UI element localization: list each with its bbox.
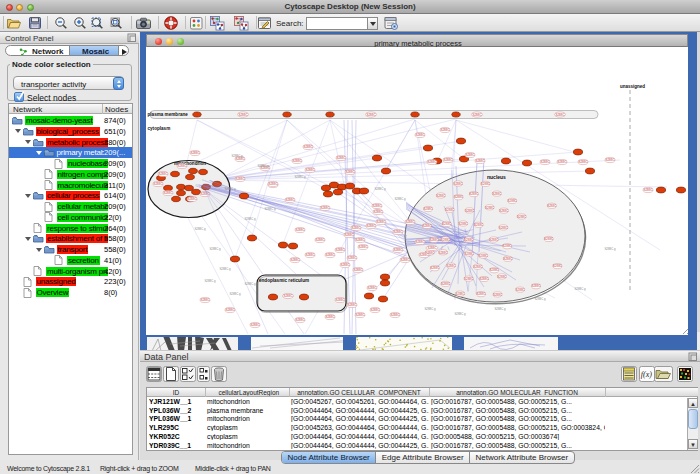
svg-text:S288C: S288C: [290, 258, 300, 262]
svg-text:S288C: S288C: [465, 153, 475, 157]
svg-text:S288C g: S288C g: [374, 187, 386, 191]
svg-text:S288C: S288C: [475, 159, 485, 163]
svg-text:S288C: S288C: [459, 222, 469, 226]
svg-text:S288C: S288C: [497, 275, 507, 279]
svg-text:S288C: S288C: [200, 298, 210, 302]
svg-text:S288C: S288C: [285, 198, 295, 202]
svg-text:S288C: S288C: [453, 182, 463, 186]
svg-text:S288C: S288C: [516, 288, 526, 292]
svg-text:S288C: S288C: [292, 159, 302, 163]
svg-text:S288C g: S288C g: [244, 217, 256, 221]
svg-text:S288C: S288C: [393, 248, 403, 252]
svg-text:S288C: S288C: [473, 265, 483, 269]
svg-text:S288C: S288C: [454, 195, 464, 199]
svg-text:S288C: S288C: [479, 277, 489, 281]
svg-text:S288C: S288C: [429, 238, 439, 242]
svg-text:S288C: S288C: [438, 251, 448, 255]
svg-text:S288C: S288C: [367, 286, 377, 290]
svg-text:S288C: S288C: [469, 192, 479, 196]
svg-text:S288C g: S288C g: [257, 164, 269, 168]
svg-text:S288C g: S288C g: [224, 187, 236, 191]
svg-text:S288C: S288C: [376, 220, 386, 224]
svg-text:S288C: S288C: [499, 209, 509, 213]
svg-text:S288C: S288C: [465, 209, 475, 213]
svg-text:S288C: S288C: [372, 204, 382, 208]
svg-text:S288C: S288C: [320, 206, 330, 210]
svg-text:S288C: S288C: [442, 222, 452, 226]
svg-text:S288C g: S288C g: [244, 282, 256, 286]
svg-text:S288C: S288C: [303, 145, 313, 149]
svg-text:S288C: S288C: [490, 268, 500, 272]
svg-text:S288C g: S288C g: [424, 307, 436, 311]
svg-text:S288C: S288C: [456, 292, 466, 296]
svg-text:S288C g: S288C g: [294, 175, 306, 179]
svg-text:S288C: S288C: [578, 160, 588, 164]
svg-text:S288C: S288C: [508, 199, 518, 203]
svg-text:S288C g: S288C g: [194, 227, 206, 231]
svg-text:S288C g: S288C g: [604, 247, 616, 251]
svg-text:endoplasmic reticulum: endoplasmic reticulum: [259, 278, 309, 283]
svg-text:S288C: S288C: [305, 168, 315, 172]
svg-text:S288C: S288C: [489, 238, 499, 242]
svg-text:S288C: S288C: [295, 318, 305, 322]
svg-text:S288C: S288C: [335, 298, 345, 302]
svg-text:S288C: S288C: [441, 282, 451, 286]
svg-text:S288C: S288C: [268, 182, 278, 186]
svg-text:S288C: S288C: [430, 266, 440, 270]
svg-text:S288C: S288C: [553, 264, 563, 268]
svg-text:S288C: S288C: [366, 224, 376, 228]
svg-text:S288C g: S288C g: [264, 207, 276, 211]
svg-text:S288C g: S288C g: [219, 267, 231, 271]
svg-text:S288C: S288C: [493, 293, 503, 297]
svg-text:S288C: S288C: [540, 160, 550, 164]
svg-text:S288C: S288C: [481, 182, 491, 186]
svg-text:S288C: S288C: [427, 246, 437, 250]
svg-text:S288C: S288C: [485, 206, 495, 210]
svg-text:S288C: S288C: [347, 256, 357, 260]
svg-text:S288C: S288C: [351, 226, 361, 230]
svg-text:S288C: S288C: [419, 253, 429, 257]
svg-text:S288C: S288C: [358, 245, 368, 249]
svg-text:S288C: S288C: [283, 294, 293, 298]
svg-text:S288C: S288C: [465, 252, 475, 256]
svg-text:S288C: S288C: [443, 158, 453, 162]
svg-text:S288C: S288C: [446, 264, 456, 268]
svg-text:S288C g: S288C g: [394, 197, 406, 201]
svg-text:S288C: S288C: [400, 258, 410, 262]
svg-text:S288C: S288C: [605, 158, 615, 162]
svg-text:S288C: S288C: [340, 263, 350, 267]
svg-text:S288C: S288C: [238, 113, 248, 117]
svg-text:S288C: S288C: [464, 277, 474, 281]
svg-text:S288C: S288C: [355, 313, 365, 317]
svg-text:S288C: S288C: [353, 268, 363, 272]
svg-text:S288C: S288C: [472, 113, 482, 117]
svg-text:S288C: S288C: [187, 197, 197, 201]
svg-text:S288C: S288C: [336, 156, 346, 160]
svg-text:S288C: S288C: [335, 248, 345, 252]
svg-text:S288C: S288C: [415, 240, 425, 244]
svg-text:S288C: S288C: [158, 172, 168, 176]
svg-text:S288C: S288C: [643, 188, 653, 192]
svg-text:S288C: S288C: [355, 238, 365, 242]
svg-text:S288C g: S288C g: [209, 247, 221, 251]
svg-text:S288C: S288C: [499, 226, 509, 230]
svg-text:S288C: S288C: [344, 233, 354, 237]
svg-text:S288C: S288C: [390, 313, 400, 317]
svg-text:S288C g: S288C g: [204, 279, 216, 283]
svg-text:S288C: S288C: [295, 228, 305, 232]
svg-text:S288C: S288C: [345, 170, 355, 174]
svg-text:S288C: S288C: [190, 151, 200, 155]
svg-text:S288C: S288C: [315, 238, 325, 242]
svg-text:S288C: S288C: [177, 164, 187, 168]
svg-text:S288C: S288C: [325, 253, 335, 257]
svg-text:S288C: S288C: [427, 160, 437, 164]
svg-text:S288C: S288C: [464, 238, 474, 242]
svg-text:S288C: S288C: [531, 284, 541, 288]
svg-text:S288C g: S288C g: [494, 307, 506, 311]
svg-text:S288C: S288C: [441, 238, 451, 242]
svg-text:S288C: S288C: [503, 244, 513, 248]
svg-text:S288C: S288C: [557, 160, 567, 164]
svg-text:S288C: S288C: [479, 254, 489, 258]
svg-text:S288C: S288C: [547, 204, 557, 208]
svg-text:cytoplasm: cytoplasm: [148, 126, 171, 131]
